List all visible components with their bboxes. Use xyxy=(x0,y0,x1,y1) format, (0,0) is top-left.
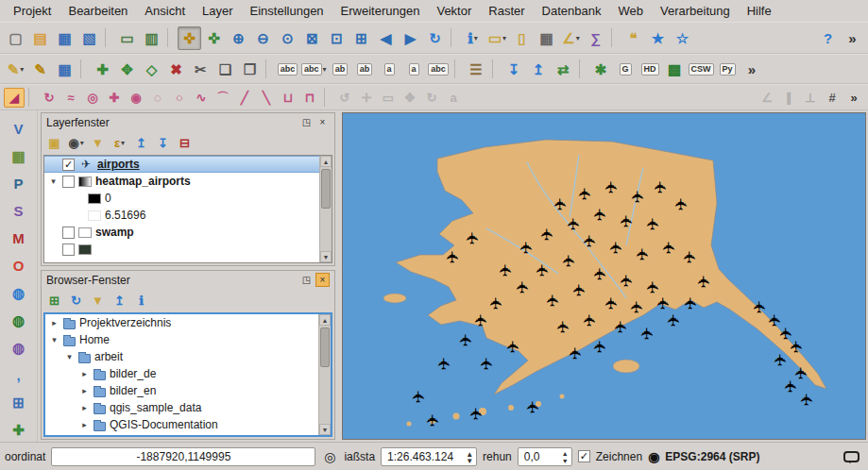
add-raster-layer-icon[interactable]: ▦ xyxy=(6,143,31,168)
menu-datenbank[interactable]: Datenbank xyxy=(535,1,609,21)
delete-part-icon[interactable]: ○ xyxy=(169,88,190,108)
add-ring-icon[interactable]: ◎ xyxy=(82,88,103,108)
save-project-icon[interactable]: ▦ xyxy=(53,26,77,50)
expander-icon[interactable]: ▸ xyxy=(79,386,90,395)
messages-log-icon[interactable] xyxy=(843,451,859,462)
current-edits-icon[interactable]: ✎▾ xyxy=(4,58,27,81)
add-mssql-layer-icon[interactable]: M xyxy=(6,226,31,250)
layer-item[interactable]: ▾heatmap_airports xyxy=(44,173,319,190)
measure-line-icon[interactable]: ∠▾ xyxy=(559,26,583,50)
delete-selected-icon[interactable]: ✖ xyxy=(164,58,188,81)
expand-all-icon[interactable]: ↥ xyxy=(131,133,151,153)
browser-item[interactable]: ▸bilder_en xyxy=(45,382,318,399)
zoom-to-layer-icon[interactable]: ⊞ xyxy=(349,26,373,50)
browser-item[interactable]: ▸QGIS-Documentation xyxy=(45,416,318,433)
deselect-features-icon[interactable]: ▯ xyxy=(510,26,534,50)
composer-manager-icon[interactable]: ▥ xyxy=(140,26,163,50)
dropdown-caret-icon[interactable]: ▾ xyxy=(576,34,580,42)
menu-raster[interactable]: Raster xyxy=(481,1,532,21)
python-console-icon[interactable]: Py xyxy=(716,58,740,81)
scrollbar-thumb[interactable] xyxy=(320,327,330,367)
dropdown-caret-icon[interactable]: ▾ xyxy=(80,139,84,147)
reshape-features-icon[interactable]: ∿ xyxy=(191,88,212,108)
expander-icon[interactable]: ▸ xyxy=(79,420,90,429)
browser-item[interactable]: ▸Projektverzeichnis xyxy=(45,314,318,331)
browser-scrollbar[interactable]: ▲ ▼ xyxy=(318,314,331,435)
pan-to-selection-icon[interactable]: ✜ xyxy=(202,26,226,50)
show-bookmarks-icon[interactable]: ☆ xyxy=(671,26,694,50)
osm-download-icon[interactable]: ↧ xyxy=(502,58,526,81)
move-label-tool-icon[interactable]: ✥ xyxy=(400,88,420,108)
browser-tree[interactable]: ▸Projektverzeichnis▾Home▾arbeit▸bilder_d… xyxy=(43,312,332,437)
add-wms-layer-icon[interactable]: ◍ xyxy=(6,280,31,305)
dropdown-caret-icon[interactable]: ▾ xyxy=(502,34,506,42)
rotate-label-icon[interactable]: a xyxy=(402,58,426,81)
hd-tools-icon[interactable]: HD xyxy=(638,58,662,81)
advanced-digitizing-icon[interactable]: ◢ xyxy=(4,88,25,108)
expander-icon[interactable]: ▸ xyxy=(79,369,90,378)
new-project-icon[interactable]: ▢ xyxy=(4,26,27,50)
browser-item[interactable]: ▸bilder_de xyxy=(45,365,318,382)
grass-tools-icon[interactable]: G xyxy=(614,58,638,81)
scrollbar-down-icon[interactable]: ▼ xyxy=(320,251,332,262)
spinner-arrows-icon[interactable]: ▲▼ xyxy=(466,451,473,464)
layer-item[interactable] xyxy=(44,241,319,258)
pin-label-icon[interactable]: ab xyxy=(329,58,352,81)
select-features-icon[interactable]: ▭▾ xyxy=(485,26,509,50)
simplify-feature-icon[interactable]: ≈ xyxy=(60,88,81,108)
toolbar-overflow-icon[interactable]: » xyxy=(740,58,764,81)
toggle-editing-icon[interactable]: ✎ xyxy=(28,58,52,81)
scrollbar-thumb[interactable] xyxy=(321,169,331,209)
save-project-as-icon[interactable]: ▧ xyxy=(77,26,101,50)
mouse-position-toggle-icon[interactable]: ◎ xyxy=(321,448,338,465)
add-delimited-text-icon[interactable]: , xyxy=(6,362,31,387)
browser-item[interactable]: ▾Home xyxy=(45,331,318,348)
add-virtual-layer-icon[interactable]: ⊞ xyxy=(6,390,31,414)
merge-attributes-icon[interactable]: ⊓ xyxy=(299,88,320,108)
zoom-to-selection-icon[interactable]: ⊡ xyxy=(325,26,349,50)
menu-web[interactable]: Web xyxy=(610,1,651,21)
add-oracle-layer-icon[interactable]: O xyxy=(6,253,31,277)
cad-parallel-icon[interactable]: ∥ xyxy=(778,88,799,108)
grid-icon[interactable]: # xyxy=(822,88,842,108)
processing-toolbox-icon[interactable]: ✱ xyxy=(589,58,613,81)
remove-layer-icon[interactable]: ⊟ xyxy=(175,133,195,153)
label-settings-icon[interactable]: abc▾ xyxy=(300,58,328,81)
browser-item[interactable]: ▸qgis_sample_data xyxy=(45,399,318,416)
db-manager-icon[interactable]: ☰ xyxy=(465,58,488,81)
menu-ansicht[interactable]: Ansicht xyxy=(137,1,193,21)
browser-item[interactable]: QNeue Bilder_QGIS214_DE.qgs xyxy=(45,433,318,435)
add-part-icon[interactable]: ✚ xyxy=(104,88,125,108)
cad-perpendicular-icon[interactable]: ⊥ xyxy=(800,88,821,108)
scrollbar-track[interactable] xyxy=(320,167,332,251)
close-panel-icon[interactable]: × xyxy=(315,273,330,287)
osm-import-icon[interactable]: ↥ xyxy=(527,58,551,81)
layer-item[interactable]: ✓✈airports xyxy=(44,156,319,173)
layer-labeling-icon[interactable]: abc xyxy=(276,58,299,81)
split-parts-icon[interactable]: ╲ xyxy=(256,88,277,108)
legend-item[interactable]: 0 xyxy=(44,190,319,207)
refresh-map-icon[interactable]: ↻ xyxy=(423,26,447,50)
osm-export-icon[interactable]: ⇄ xyxy=(552,58,575,81)
menu-erweiterungen[interactable]: Erweiterungen xyxy=(333,1,428,21)
scrollbar-up-icon[interactable]: ▲ xyxy=(319,314,331,326)
show-hidden-labels-icon[interactable]: ▭ xyxy=(378,88,399,108)
menu-projekt[interactable]: Projekt xyxy=(6,1,59,21)
expander-icon[interactable]: ▾ xyxy=(48,176,59,186)
open-attribute-table-icon[interactable]: ▦ xyxy=(535,26,558,50)
layer-checkbox[interactable] xyxy=(62,176,75,188)
menu-hilfe[interactable]: Hilfe xyxy=(740,1,779,21)
render-checkbox[interactable]: ✓ xyxy=(578,450,590,462)
zoom-out-icon[interactable]: ⊖ xyxy=(251,26,275,50)
split-features-icon[interactable]: ╱ xyxy=(234,88,255,108)
zoom-in-icon[interactable]: ⊕ xyxy=(227,26,250,50)
rotate-feature-icon[interactable]: ↻ xyxy=(39,88,60,108)
move-label-icon[interactable]: a xyxy=(378,58,401,81)
rotate-point-symbols-icon[interactable]: ↺ xyxy=(334,88,355,108)
add-group-icon[interactable]: ▣ xyxy=(44,133,64,153)
save-layer-edits-icon[interactable]: ▦ xyxy=(53,58,77,81)
node-tool-icon[interactable]: ◇ xyxy=(140,58,163,81)
paste-features-icon[interactable]: ❐ xyxy=(238,58,262,81)
zoom-last-icon[interactable]: ◀ xyxy=(374,26,398,50)
scrollbar-down-icon[interactable]: ▼ xyxy=(319,424,331,435)
